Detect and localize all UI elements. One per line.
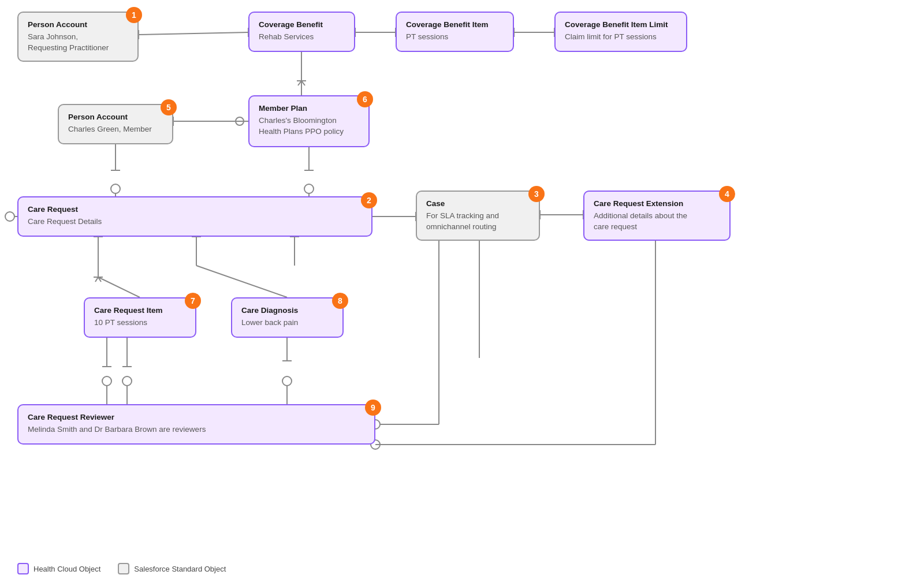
node-person-account-5: Person Account Charles Green, Member <box>58 104 173 144</box>
node-care-diagnosis: Care Diagnosis Lower back pain <box>231 297 344 338</box>
svg-point-19 <box>111 184 120 193</box>
node-case-title: Case <box>426 199 530 210</box>
node-coverage-benefit-item-limit-title: Coverage Benefit Item Limit <box>565 20 677 31</box>
node-member-plan: Member Plan Charles's BloomingtonHealth … <box>248 95 370 147</box>
legend-health-cloud-label: Health Cloud Object <box>33 565 100 573</box>
legend-purple-box <box>17 563 29 574</box>
svg-point-48 <box>102 376 111 386</box>
node-case: Case For SLA tracking andomnichannel rou… <box>416 191 540 241</box>
badge-1: 1 <box>126 7 142 23</box>
node-coverage-benefit-title: Coverage Benefit <box>259 20 345 31</box>
svg-line-0 <box>139 32 248 35</box>
diagram-container: Person Account Sara Johnson,Requesting P… <box>0 0 924 586</box>
legend-health-cloud: Health Cloud Object <box>17 563 100 574</box>
node-care-request-reviewer-subtitle: Melinda Smith and Dr Barbara Brown are r… <box>28 425 206 434</box>
badge-7: 7 <box>185 293 201 309</box>
legend-salesforce-standard-label: Salesforce Standard Object <box>134 565 226 573</box>
svg-line-44 <box>98 277 140 297</box>
badge-6: 6 <box>357 91 373 107</box>
badge-2: 2 <box>361 192 377 208</box>
node-care-request-item-subtitle: 10 PT sessions <box>94 318 147 327</box>
node-care-diagnosis-subtitle: Lower back pain <box>241 318 298 327</box>
svg-line-42 <box>98 277 101 282</box>
connections-svg <box>0 0 924 586</box>
node-care-request-item: Care Request Item 10 PT sessions <box>84 297 196 338</box>
node-care-request-subtitle: Care Request Details <box>28 217 102 226</box>
node-care-diagnosis-title: Care Diagnosis <box>241 305 333 316</box>
badge-8: 8 <box>332 293 348 309</box>
node-case-subtitle: For SLA tracking andomnichannel routing <box>426 211 499 231</box>
node-coverage-benefit-item: Coverage Benefit Item PT sessions <box>396 12 514 52</box>
node-person-account-1-subtitle: Sara Johnson,Requesting Practitioner <box>28 32 109 52</box>
legend-salesforce-standard: Salesforce Standard Object <box>118 563 226 574</box>
node-care-request-item-title: Care Request Item <box>94 305 186 316</box>
legend: Health Cloud Object Salesforce Standard … <box>17 563 226 574</box>
node-care-request: Care Request Care Request Details <box>17 196 372 237</box>
svg-point-16 <box>236 117 244 125</box>
node-coverage-benefit-item-limit-subtitle: Claim limit for PT sessions <box>565 32 657 41</box>
node-care-request-reviewer-title: Care Request Reviewer <box>28 412 365 423</box>
badge-4: 4 <box>719 186 735 202</box>
node-person-account-1-title: Person Account <box>28 20 128 31</box>
node-care-request-reviewer: Care Request Reviewer Melinda Smith and … <box>17 404 375 445</box>
badge-9: 9 <box>365 400 381 416</box>
badge-5: 5 <box>161 99 177 115</box>
node-member-plan-title: Member Plan <box>259 103 359 114</box>
badge-3: 3 <box>528 186 545 202</box>
node-coverage-benefit: Coverage Benefit Rehab Services <box>248 12 355 52</box>
node-coverage-benefit-item-subtitle: PT sessions <box>406 32 448 41</box>
svg-line-45 <box>196 266 287 297</box>
node-care-request-title: Care Request <box>28 204 362 215</box>
svg-point-31 <box>5 212 14 221</box>
node-care-request-extension-title: Care Request Extension <box>594 199 720 210</box>
node-coverage-benefit-item-limit: Coverage Benefit Item Limit Claim limit … <box>554 12 687 52</box>
node-care-request-extension: Care Request Extension Additional detail… <box>583 191 731 241</box>
node-person-account-5-subtitle: Charles Green, Member <box>68 125 152 133</box>
svg-line-12 <box>301 81 305 85</box>
node-care-request-extension-subtitle: Additional details about thecare request <box>594 211 687 231</box>
legend-gray-box <box>118 563 129 574</box>
node-coverage-benefit-item-title: Coverage Benefit Item <box>406 20 504 31</box>
node-coverage-benefit-subtitle: Rehab Services <box>259 32 314 41</box>
node-person-account-1: Person Account Sara Johnson,Requesting P… <box>17 12 139 62</box>
svg-line-11 <box>298 81 301 85</box>
node-person-account-5-title: Person Account <box>68 112 163 123</box>
svg-point-23 <box>304 184 314 193</box>
svg-point-52 <box>122 376 132 386</box>
node-member-plan-subtitle: Charles's BloomingtonHealth Plans PPO po… <box>259 116 344 136</box>
svg-line-41 <box>95 277 98 282</box>
svg-point-56 <box>282 376 292 386</box>
